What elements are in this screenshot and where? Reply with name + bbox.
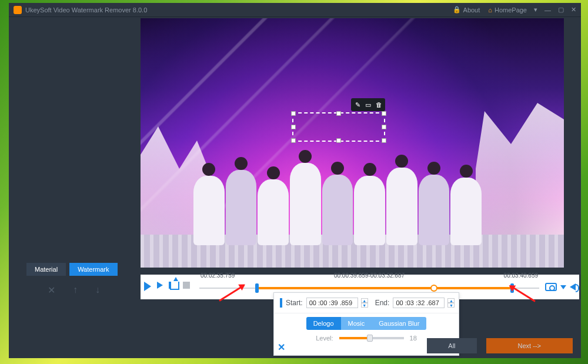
- resize-handle-tr[interactable]: [382, 111, 386, 116]
- step-button[interactable]: [157, 282, 168, 292]
- method-gaussian-blur[interactable]: Gaussian Blur: [372, 317, 426, 330]
- start-spin-up[interactable]: ▲: [361, 298, 368, 303]
- about-label: About: [463, 6, 480, 14]
- about-link[interactable]: 🔒 About: [453, 6, 480, 14]
- tab-watermark[interactable]: Watermark: [69, 263, 117, 276]
- delete-selection-button[interactable]: 🗑: [374, 100, 383, 109]
- dropdown-icon[interactable]: ▾: [534, 6, 537, 14]
- resize-handle-lm[interactable]: [291, 125, 296, 129]
- playhead-thumb[interactable]: [430, 285, 437, 292]
- apply-all-button[interactable]: All: [427, 338, 476, 353]
- range-handle-left[interactable]: [255, 283, 259, 293]
- delete-item-button[interactable]: ✕: [48, 285, 55, 296]
- resize-handle-bl[interactable]: [291, 138, 296, 143]
- method-mosic[interactable]: Mosic: [341, 317, 372, 330]
- upload-button[interactable]: [170, 282, 181, 292]
- timeline-times: 00:02:35.759 00:00:39.859-00:03:32.687 0…: [199, 272, 539, 279]
- resize-handle-bm[interactable]: [336, 138, 341, 143]
- close-button[interactable]: ✕: [571, 6, 576, 14]
- start-label: Start:: [286, 299, 303, 307]
- selection-toolbar: ✎ ▭ 🗑: [351, 98, 385, 111]
- timeline-range[interactable]: [257, 287, 512, 289]
- level-fill: [339, 337, 370, 339]
- home-icon: ⌂: [488, 6, 492, 14]
- level-value: 18: [410, 335, 417, 342]
- snapshot-button[interactable]: [545, 283, 557, 291]
- end-label: End:: [375, 299, 390, 307]
- start-time-input[interactable]: [306, 298, 358, 308]
- homepage-label: HomePage: [495, 6, 527, 14]
- end-spin-down[interactable]: ▼: [447, 303, 455, 308]
- move-down-button[interactable]: ↓: [95, 285, 100, 296]
- play-button[interactable]: [144, 282, 155, 292]
- volume-button[interactable]: [570, 283, 576, 290]
- start-spin-down[interactable]: ▼: [361, 303, 368, 308]
- timeline-right-icons: [545, 283, 576, 291]
- resize-handle-br[interactable]: [382, 138, 386, 143]
- resize-handle-rm[interactable]: [382, 125, 386, 129]
- left-toolbar: ✕ ↑ ↓: [48, 285, 100, 296]
- maximize-button[interactable]: ▢: [558, 6, 564, 14]
- bottom-buttons: All Next -->: [427, 338, 573, 353]
- timeline-right-time: 00:03:40.659: [504, 272, 538, 279]
- end-spin-up[interactable]: ▲: [447, 298, 455, 303]
- homepage-link[interactable]: ⌂ HomePage: [488, 6, 527, 14]
- title-bar: UkeySoft Video Watermark Remover 8.0.0 🔒…: [9, 3, 581, 17]
- popover-cancel-button[interactable]: ✕: [278, 342, 285, 353]
- minimize-button[interactable]: —: [544, 6, 551, 14]
- timeline-mid-time: 00:00:39.859-00:03:32.687: [334, 272, 405, 279]
- method-delogo[interactable]: Delogo: [306, 317, 341, 330]
- level-label: Level:: [316, 335, 333, 342]
- app-window: UkeySoft Video Watermark Remover 8.0.0 🔒…: [9, 3, 581, 358]
- app-logo: [14, 6, 22, 14]
- resize-handle-tl[interactable]: [291, 111, 296, 116]
- crop-selection-button[interactable]: ▭: [363, 100, 373, 109]
- video-preview[interactable]: ✎ ▭ 🗑: [141, 18, 564, 268]
- timeline-left-time: 00:02:35.759: [201, 272, 235, 279]
- edit-selection-button[interactable]: ✎: [353, 100, 362, 109]
- tab-material[interactable]: Material: [26, 263, 66, 276]
- method-group: Delogo Mosic Gaussian Blur: [306, 317, 427, 330]
- lock-icon: 🔒: [453, 6, 461, 14]
- level-thumb[interactable]: [367, 335, 373, 342]
- decor-people: [193, 157, 482, 245]
- resize-handle-tm[interactable]: [336, 111, 341, 116]
- app-title: UkeySoft Video Watermark Remover 8.0.0: [25, 6, 147, 14]
- stop-button[interactable]: [183, 282, 193, 292]
- level-slider[interactable]: [339, 337, 404, 339]
- end-time-input[interactable]: [393, 298, 445, 308]
- snapshot-options-button[interactable]: [560, 285, 566, 289]
- left-tabs: Material Watermark: [26, 263, 118, 276]
- fullscreen-toggle-button[interactable]: [280, 298, 282, 308]
- left-panel: Material Watermark ✕ ↑ ↓: [9, 17, 141, 358]
- next-button[interactable]: Next -->: [486, 338, 573, 353]
- watermark-selection-box[interactable]: ✎ ▭ 🗑: [292, 112, 385, 142]
- move-up-button[interactable]: ↑: [73, 285, 78, 296]
